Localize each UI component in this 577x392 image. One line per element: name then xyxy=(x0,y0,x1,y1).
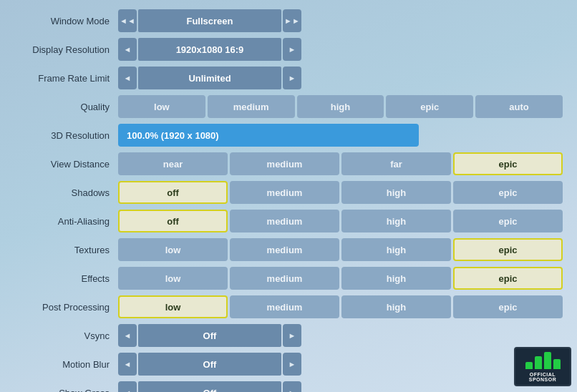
arrow-right-icon: ► xyxy=(288,331,296,340)
display-resolution-value: 1920x1080 16:9 xyxy=(138,38,281,61)
bar-1 xyxy=(525,362,533,369)
frame-rate-row: Frame Rate Limit ◄ Unlimited ► xyxy=(14,66,563,90)
show-grass-label: Show Grass xyxy=(14,388,118,393)
show-grass-next-button[interactable]: ► xyxy=(283,381,301,392)
window-mode-prev-button[interactable]: ◄ xyxy=(118,9,137,32)
show-grass-value: Off xyxy=(138,381,281,392)
arrow-left-icon: ◄ xyxy=(124,360,132,368)
arrow-left-icon: ◄ xyxy=(124,45,132,54)
sponsor-label: OFFICIAL SPONSOR xyxy=(518,372,567,382)
post-processing-medium-button[interactable]: medium xyxy=(230,295,339,318)
textures-high-button[interactable]: high xyxy=(341,238,451,261)
quality-low-button[interactable]: low xyxy=(118,95,205,118)
frame-rate-value: Unlimited xyxy=(138,67,281,89)
arrow-left-icon: ◄ xyxy=(124,388,132,392)
effects-epic-button[interactable]: epic xyxy=(453,267,563,290)
motion-blur-label: Motion Blur xyxy=(14,359,118,370)
display-resolution-label: Display Resolution xyxy=(14,44,118,55)
anti-aliasing-label: Anti-Aliasing xyxy=(14,216,118,227)
shadows-epic-button[interactable]: epic xyxy=(453,181,563,204)
shadows-label: Shadows xyxy=(14,187,118,198)
effects-tab-group: low medium high epic xyxy=(118,267,563,290)
window-mode-next-button[interactable]: ► xyxy=(283,9,301,32)
arrow-right-icon: ► xyxy=(288,360,296,368)
arrow-right-icon: ► xyxy=(292,16,300,25)
effects-label: Effects xyxy=(14,273,118,284)
post-processing-row: Post Processing low medium high epic xyxy=(14,295,563,319)
bar-2 xyxy=(535,356,542,369)
resolution-3d-row: 3D Resolution 100.0% (1920 x 1080) xyxy=(14,123,563,147)
shadows-high-button[interactable]: high xyxy=(341,181,451,204)
display-resolution-prev-button[interactable]: ◄ xyxy=(118,38,137,61)
anti-aliasing-epic-button[interactable]: epic xyxy=(453,210,563,232)
show-grass-row: Show Grass ◄ Off ► xyxy=(14,381,563,392)
motion-blur-next-button[interactable]: ► xyxy=(283,353,301,376)
effects-medium-button[interactable]: medium xyxy=(230,267,339,290)
effects-row: Effects low medium high epic xyxy=(14,266,563,290)
textures-label: Textures xyxy=(14,245,118,255)
shadows-off-button[interactable]: off xyxy=(118,181,228,204)
quality-auto-button[interactable]: auto xyxy=(475,95,563,118)
bar-4 xyxy=(553,359,561,369)
anti-aliasing-tab-group: off medium high epic xyxy=(118,210,563,232)
quality-tab-group: low medium high epic auto xyxy=(118,95,563,118)
sponsor-chart xyxy=(525,351,561,372)
vsync-value: Off xyxy=(138,324,281,347)
settings-panel: Window Mode ◄ Fullscreen ► Display Resol… xyxy=(0,0,577,392)
arrow-right-icon: ► xyxy=(288,74,296,82)
post-processing-high-button[interactable]: high xyxy=(341,295,451,318)
resolution-3d-value: 100.0% (1920 x 1080) xyxy=(118,124,419,147)
display-resolution-next-button[interactable]: ► xyxy=(283,38,301,61)
frame-rate-prev-button[interactable]: ◄ xyxy=(118,67,137,89)
view-distance-medium-button[interactable]: medium xyxy=(230,152,339,175)
quality-medium-button[interactable]: medium xyxy=(208,95,295,118)
window-mode-row: Window Mode ◄ Fullscreen ► xyxy=(14,9,563,33)
arrow-right-icon: ► xyxy=(288,388,296,392)
textures-medium-button[interactable]: medium xyxy=(230,238,339,261)
quality-label: Quality xyxy=(14,102,118,112)
show-grass-prev-button[interactable]: ◄ xyxy=(118,381,137,392)
effects-low-button[interactable]: low xyxy=(118,267,228,290)
view-distance-tab-group: near medium far epic xyxy=(118,152,563,175)
anti-aliasing-off-button[interactable]: off xyxy=(118,210,228,232)
post-processing-epic-button[interactable]: epic xyxy=(453,295,563,318)
arrow-left-icon: ◄ xyxy=(127,16,135,25)
post-processing-low-button[interactable]: low xyxy=(118,295,228,318)
shadows-tab-group: off medium high epic xyxy=(118,181,563,204)
textures-epic-button[interactable]: epic xyxy=(453,238,563,261)
shadows-row: Shadows off medium high epic xyxy=(14,180,563,205)
quality-high-button[interactable]: high xyxy=(297,95,384,118)
anti-aliasing-row: Anti-Aliasing off medium high epic xyxy=(14,209,563,233)
display-resolution-row: Display Resolution ◄ 1920x1080 16:9 ► xyxy=(14,37,563,62)
resolution-3d-label: 3D Resolution xyxy=(14,130,118,141)
textures-tab-group: low medium high epic xyxy=(118,238,563,261)
sponsor-badge: OFFICIAL SPONSOR xyxy=(514,347,571,386)
window-mode-value: Fullscreen xyxy=(138,9,281,32)
motion-blur-value: Off xyxy=(138,353,281,376)
view-distance-row: View Distance near medium far epic xyxy=(14,152,563,176)
effects-high-button[interactable]: high xyxy=(341,267,451,290)
bar-3 xyxy=(544,352,551,369)
textures-low-button[interactable]: low xyxy=(118,238,228,261)
anti-aliasing-high-button[interactable]: high xyxy=(341,210,451,232)
motion-blur-prev-button[interactable]: ◄ xyxy=(118,353,137,376)
textures-row: Textures low medium high epic xyxy=(14,237,563,262)
shadows-medium-button[interactable]: medium xyxy=(230,181,339,204)
arrow-right-icon: ► xyxy=(288,45,296,54)
arrow-left-icon: ◄ xyxy=(124,331,132,340)
vsync-next-button[interactable]: ► xyxy=(283,324,301,347)
frame-rate-label: Frame Rate Limit xyxy=(14,73,118,84)
arrow-left-icon: ◄ xyxy=(124,74,132,82)
vsync-prev-button[interactable]: ◄ xyxy=(118,324,137,347)
window-mode-label: Window Mode xyxy=(14,16,118,26)
frame-rate-next-button[interactable]: ► xyxy=(283,67,301,89)
view-distance-near-button[interactable]: near xyxy=(118,152,228,175)
view-distance-epic-button[interactable]: epic xyxy=(453,152,563,175)
anti-aliasing-medium-button[interactable]: medium xyxy=(230,210,339,232)
quality-epic-button[interactable]: epic xyxy=(386,95,473,118)
view-distance-label: View Distance xyxy=(14,159,118,170)
view-distance-far-button[interactable]: far xyxy=(341,152,451,175)
vsync-label: Vsync xyxy=(14,330,118,341)
vsync-row: Vsync ◄ Off ► xyxy=(14,323,563,348)
post-processing-label: Post Processing xyxy=(14,302,118,313)
